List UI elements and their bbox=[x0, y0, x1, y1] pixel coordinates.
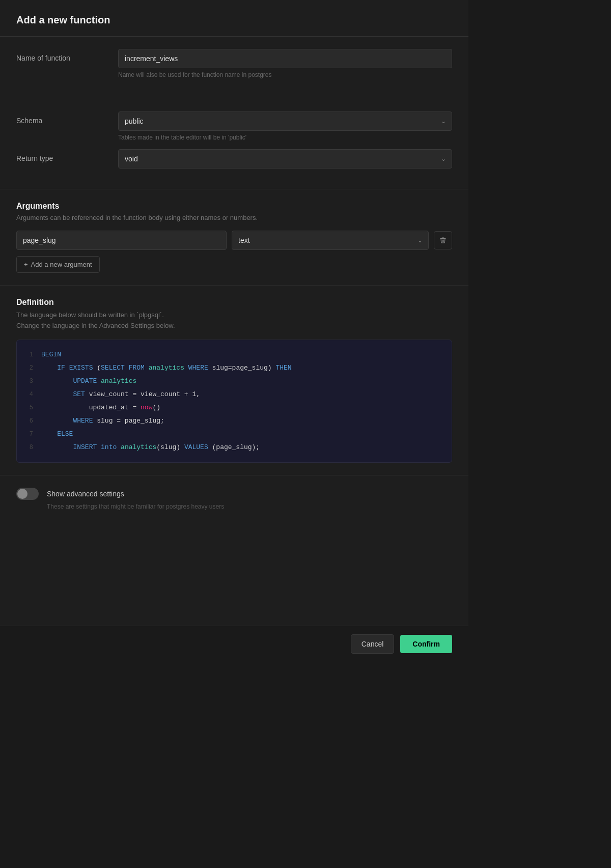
line-content-8: INSERT into analytics(slug) VALUES (page… bbox=[41, 442, 452, 453]
modal-footer: Cancel Confirm bbox=[0, 626, 468, 662]
add-argument-button[interactable]: + Add a new argument bbox=[16, 256, 100, 273]
schema-select[interactable]: public private auth bbox=[118, 111, 452, 131]
argument-row-0: text integer boolean json uuid timestamp… bbox=[16, 231, 452, 250]
return-type-select[interactable]: void integer text boolean json trigger bbox=[118, 149, 452, 169]
line-number-2: 2 bbox=[17, 363, 41, 373]
code-line-4: 4 SET view_count = view_count + 1, bbox=[17, 388, 452, 401]
schema-field-row: Schema public private auth ⌄ Tables made… bbox=[16, 111, 452, 141]
name-field-content: Name will also be used for the function … bbox=[118, 49, 452, 78]
return-type-select-wrapper: void integer text boolean json trigger ⌄ bbox=[118, 149, 452, 169]
schema-label: Schema bbox=[16, 111, 118, 125]
code-line-8: 8 INSERT into analytics(slug) VALUES (pa… bbox=[17, 441, 452, 454]
toggle-label: Show advanced settings bbox=[47, 490, 124, 498]
code-line-7: 7 ELSE bbox=[17, 428, 452, 441]
line-content-2: IF EXISTS (SELECT FROM analytics WHERE s… bbox=[41, 362, 452, 374]
line-number-3: 3 bbox=[17, 376, 41, 386]
argument-type-select-0[interactable]: text integer boolean json uuid timestamp bbox=[232, 231, 429, 250]
code-lines: 1 BEGIN 2 IF EXISTS (SELECT FROM analyti… bbox=[17, 340, 452, 463]
line-number-8: 8 bbox=[17, 442, 41, 453]
line-number-6: 6 bbox=[17, 416, 41, 426]
code-editor[interactable]: 1 BEGIN 2 IF EXISTS (SELECT FROM analyti… bbox=[16, 340, 452, 463]
toggle-knob bbox=[17, 489, 27, 499]
line-content-6: WHERE slug = page_slug; bbox=[41, 415, 452, 427]
toggle-row: Show advanced settings bbox=[16, 488, 452, 500]
return-type-field-row: Return type void integer text boolean js… bbox=[16, 149, 452, 169]
line-content-3: UPDATE analytics bbox=[41, 376, 452, 387]
schema-section: Schema public private auth ⌄ Tables made… bbox=[0, 99, 468, 189]
schema-field-content: public private auth ⌄ Tables made in the… bbox=[118, 111, 452, 141]
confirm-button[interactable]: Confirm bbox=[400, 635, 452, 653]
advanced-toggle[interactable] bbox=[16, 488, 39, 500]
line-content-4: SET view_count = view_count + 1, bbox=[41, 389, 452, 400]
modal-header: Add a new function bbox=[0, 0, 468, 37]
argument-name-input-0[interactable] bbox=[16, 231, 227, 250]
plus-icon: + bbox=[24, 261, 28, 268]
definition-section: Definition The language below should be … bbox=[0, 286, 468, 475]
name-field-row: Name of function Name will also be used … bbox=[16, 49, 452, 78]
code-line-6: 6 WHERE slug = page_slug; bbox=[17, 414, 452, 428]
name-label: Name of function bbox=[16, 49, 118, 62]
return-type-label: Return type bbox=[16, 149, 118, 162]
modal-title: Add a new function bbox=[16, 14, 452, 26]
line-content-7: ELSE bbox=[41, 429, 452, 440]
line-number-1: 1 bbox=[17, 350, 41, 360]
name-section: Name of function Name will also be used … bbox=[0, 37, 468, 99]
trash-icon bbox=[439, 237, 447, 244]
advanced-section: Show advanced settings These are setting… bbox=[0, 475, 468, 522]
schema-hint: Tables made in the table editor will be … bbox=[118, 134, 452, 141]
argument-type-wrapper-0: text integer boolean json uuid timestamp… bbox=[232, 231, 429, 250]
schema-select-wrapper: public private auth ⌄ bbox=[118, 111, 452, 131]
add-argument-label: Add a new argument bbox=[31, 261, 92, 268]
arguments-section: Arguments Arguments can be referenced in… bbox=[0, 189, 468, 286]
delete-argument-button-0[interactable] bbox=[434, 231, 452, 249]
definition-title: Definition bbox=[16, 298, 452, 307]
name-hint: Name will also be used for the function … bbox=[118, 71, 452, 78]
code-line-5: 5 updated_at = now() bbox=[17, 401, 452, 414]
code-line-1: 1 BEGIN bbox=[17, 348, 452, 361]
line-number-4: 4 bbox=[17, 389, 41, 400]
cancel-button[interactable]: Cancel bbox=[351, 634, 395, 654]
return-type-field-content: void integer text boolean json trigger ⌄ bbox=[118, 149, 452, 169]
code-line-3: 3 UPDATE analytics bbox=[17, 375, 452, 388]
line-content-5: updated_at = now() bbox=[41, 402, 452, 413]
definition-description: The language below should be written in … bbox=[16, 310, 452, 331]
line-content-1: BEGIN bbox=[41, 349, 452, 360]
arguments-title: Arguments bbox=[16, 202, 452, 211]
code-line-2: 2 IF EXISTS (SELECT FROM analytics WHERE… bbox=[17, 361, 452, 375]
line-number-5: 5 bbox=[17, 403, 41, 413]
definition-desc-line2: Change the language in the Advanced Sett… bbox=[16, 322, 175, 329]
definition-desc-line1: The language below should be written in … bbox=[16, 311, 164, 319]
line-number-7: 7 bbox=[17, 429, 41, 439]
arguments-description: Arguments can be referenced in the funct… bbox=[16, 214, 452, 221]
advanced-hint: These are settings that might be familia… bbox=[47, 503, 452, 510]
code-editor-wrapper: 1 BEGIN 2 IF EXISTS (SELECT FROM analyti… bbox=[16, 340, 452, 463]
modal-container: Add a new function Name of function Name… bbox=[0, 0, 468, 662]
function-name-input[interactable] bbox=[118, 49, 452, 68]
